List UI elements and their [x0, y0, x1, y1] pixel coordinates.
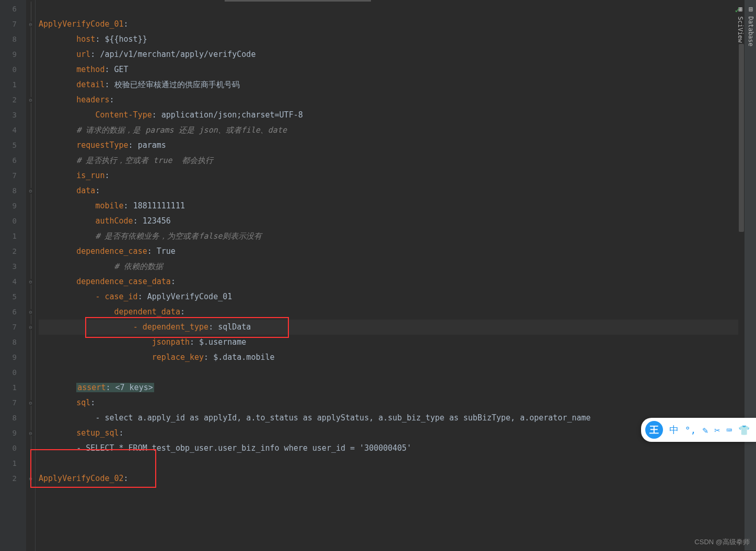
- fold-marker[interactable]: ⊖: [26, 274, 35, 289]
- code-line[interactable]: ApplyVerifyCode_02:: [39, 471, 745, 486]
- code-line[interactable]: sql:: [39, 395, 745, 411]
- fold-marker[interactable]: [26, 168, 35, 183]
- line-number: 3: [0, 108, 26, 123]
- fold-marker[interactable]: [26, 229, 35, 244]
- fold-marker[interactable]: [26, 456, 35, 471]
- fold-marker[interactable]: [26, 244, 35, 259]
- ime-logo[interactable]: 王: [645, 421, 663, 439]
- code-line[interactable]: dependence_case_data:: [39, 274, 745, 289]
- fold-marker[interactable]: [26, 108, 35, 123]
- code-line[interactable]: jsonpath: $.username: [39, 335, 745, 350]
- ime-keyboard-icon[interactable]: ⌨: [726, 425, 732, 436]
- code-line[interactable]: is_run:: [39, 168, 745, 183]
- fold-marker[interactable]: [26, 47, 35, 62]
- fold-marker[interactable]: ⊖: [26, 183, 35, 198]
- line-number: 7: [0, 320, 26, 335]
- fold-marker[interactable]: [26, 335, 35, 350]
- line-number: 0: [0, 365, 26, 380]
- line-number: 1: [0, 229, 26, 244]
- code-line[interactable]: # 请求的数据，是 params 还是 json、或者file、date: [39, 123, 745, 138]
- fold-marker[interactable]: ⊖: [26, 92, 35, 108]
- ime-edit-icon[interactable]: ✎: [702, 425, 708, 436]
- code-line[interactable]: detail: 校验已经审核通过的供应商手机号码: [39, 77, 745, 92]
- code-line[interactable]: mobile: 18811111111: [39, 198, 745, 214]
- fold-marker[interactable]: [26, 441, 35, 456]
- code-line[interactable]: dependence_case: True: [39, 244, 745, 259]
- fold-marker[interactable]: [26, 153, 35, 168]
- code-line[interactable]: [39, 456, 745, 471]
- line-number: 0: [0, 441, 26, 456]
- database-icon: ▤: [747, 5, 754, 16]
- fold-marker[interactable]: [26, 77, 35, 92]
- line-number: 0: [0, 62, 26, 77]
- fold-marker[interactable]: ⊖: [26, 304, 35, 320]
- line-number: 2: [0, 244, 26, 259]
- fold-marker[interactable]: [26, 380, 35, 395]
- fold-marker[interactable]: [26, 365, 35, 380]
- code-line[interactable]: - select a.apply_id as applyId, a.to_sta…: [39, 411, 745, 426]
- code-line[interactable]: # 依赖的数据: [39, 259, 745, 274]
- code-line[interactable]: - case_id: ApplyVerifyCode_01: [39, 289, 745, 304]
- code-line[interactable]: host: ${{host}}: [39, 32, 745, 47]
- line-number: 8: [0, 411, 26, 426]
- line-number: 5: [0, 138, 26, 153]
- fold-marker[interactable]: [26, 214, 35, 229]
- fold-marker[interactable]: [26, 350, 35, 365]
- code-line[interactable]: Content-Type: application/json;charset=U…: [39, 108, 745, 123]
- right-tab-sciview[interactable]: ▦ SciView: [735, 0, 746, 551]
- code-line[interactable]: [39, 365, 745, 380]
- line-number: 0: [0, 214, 26, 229]
- fold-marker[interactable]: [26, 138, 35, 153]
- line-number: 9: [0, 426, 26, 441]
- code-line[interactable]: assert: <7 keys>: [39, 380, 745, 395]
- fold-marker[interactable]: [26, 123, 35, 138]
- fold-marker[interactable]: [26, 259, 35, 274]
- code-line[interactable]: [39, 2, 745, 17]
- line-number-gutter[interactable]: 67890123456789012345678901789012: [0, 0, 26, 551]
- fold-marker[interactable]: [26, 289, 35, 304]
- line-number: 6: [0, 2, 26, 17]
- ime-lang-toggle[interactable]: 中: [669, 424, 679, 436]
- fold-marker[interactable]: ⊖: [26, 471, 35, 486]
- code-line[interactable]: # 是否执行，空或者 true 都会执行: [39, 153, 745, 168]
- fold-marker[interactable]: ⊖: [26, 17, 35, 32]
- line-number: 5: [0, 289, 26, 304]
- code-line[interactable]: # 是否有依赖业务，为空或者false则表示没有: [39, 229, 745, 244]
- ime-toolbar[interactable]: 王 中 °, ✎ ✂ ⌨ 👕: [641, 418, 756, 442]
- line-number: 2: [0, 471, 26, 486]
- fold-marker[interactable]: [26, 2, 35, 17]
- code-line[interactable]: ApplyVerifyCode_01:: [39, 17, 745, 32]
- code-line[interactable]: requestType: params: [39, 138, 745, 153]
- fold-marker[interactable]: [26, 198, 35, 214]
- code-line[interactable]: url: /api/v1/merchant/apply/verifyCode: [39, 47, 745, 62]
- fold-marker[interactable]: [26, 32, 35, 47]
- line-number: 7: [0, 17, 26, 32]
- code-line[interactable]: setup_sql:: [39, 426, 745, 441]
- code-line[interactable]: - dependent_type: sqlData: [39, 320, 745, 335]
- line-number: 6: [0, 304, 26, 320]
- line-number: 1: [0, 380, 26, 395]
- fold-marker[interactable]: ⊖: [26, 426, 35, 441]
- code-area[interactable]: ApplyVerifyCode_01: host: ${{host}} url:…: [36, 0, 745, 551]
- code-line[interactable]: dependent_data:: [39, 304, 745, 320]
- ime-scissors-icon[interactable]: ✂: [714, 425, 720, 436]
- fold-column[interactable]: ⊖⊖⊖⊖⊖⊖⊖⊖⊖: [26, 0, 36, 551]
- fold-marker[interactable]: [26, 411, 35, 426]
- code-line[interactable]: headers:: [39, 92, 745, 108]
- fold-marker[interactable]: ⊖: [26, 320, 35, 335]
- ime-punct-icon[interactable]: °,: [685, 425, 696, 436]
- check-icon: ✓: [735, 4, 740, 15]
- line-number: 4: [0, 274, 26, 289]
- code-line[interactable]: method: GET: [39, 62, 745, 77]
- right-tab-database[interactable]: ▤ Database: [746, 0, 756, 551]
- code-line[interactable]: authCode: 123456: [39, 214, 745, 229]
- fold-marker[interactable]: ⊖: [26, 395, 35, 411]
- code-line[interactable]: data:: [39, 183, 745, 198]
- right-tool-panel: ▤ Database ▦ SciView: [745, 0, 756, 551]
- line-number: 6: [0, 153, 26, 168]
- code-line[interactable]: replace_key: $.data.mobile: [39, 350, 745, 365]
- fold-marker[interactable]: [26, 62, 35, 77]
- watermark: CSDN @高级拳师: [694, 537, 750, 547]
- code-line[interactable]: - SELECT * FROM test_obp_user.user_biz_i…: [39, 441, 745, 456]
- ime-skin-icon[interactable]: 👕: [738, 425, 750, 436]
